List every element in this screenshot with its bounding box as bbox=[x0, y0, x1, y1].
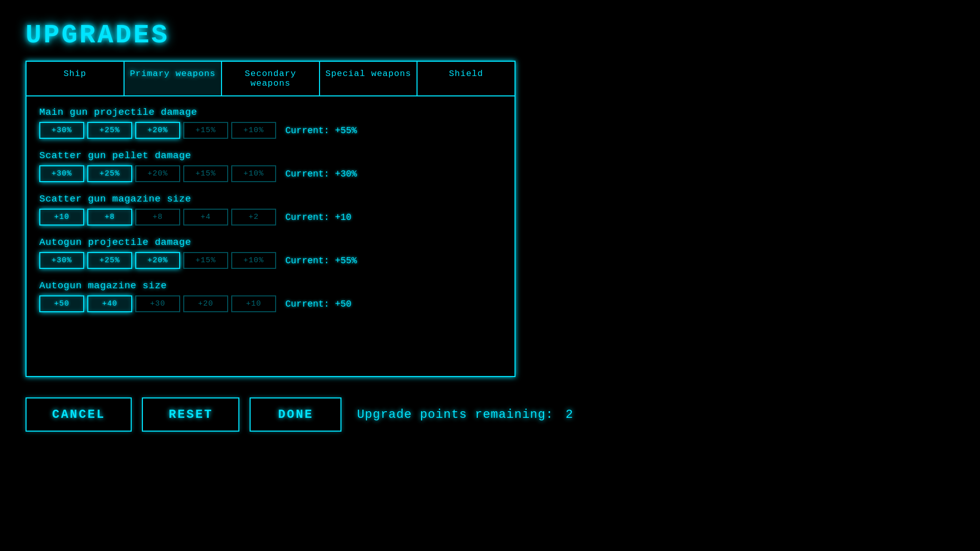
upgrade-label: Scatter gun magazine size bbox=[39, 193, 502, 205]
upgrade-btn-3-1[interactable]: +25% bbox=[87, 252, 132, 269]
tab-primary-weapons[interactable]: Primary weapons bbox=[125, 62, 223, 95]
content-area: Main gun projectile damage+30%+25%+20%+1… bbox=[27, 96, 514, 334]
upgrade-row: Main gun projectile damage+30%+25%+20%+1… bbox=[39, 107, 502, 139]
upgrade-btn-0-0[interactable]: +30% bbox=[39, 122, 84, 139]
bottom-bar: CANCEL RESET DONE Upgrade points remaini… bbox=[26, 397, 954, 432]
upgrade-btn-3-2[interactable]: +20% bbox=[135, 252, 180, 269]
upgrade-btn-2-2[interactable]: +8 bbox=[135, 209, 180, 226]
upgrades-page: UPGRADES ShipPrimary weaponsSecondary we… bbox=[0, 0, 980, 551]
cancel-button[interactable]: CANCEL bbox=[26, 397, 132, 432]
upgrade-label: Main gun projectile damage bbox=[39, 107, 502, 118]
reset-button[interactable]: RESET bbox=[142, 397, 239, 432]
current-value: Current: +30% bbox=[285, 169, 357, 179]
upgrade-btn-0-2[interactable]: +20% bbox=[135, 122, 180, 139]
upgrade-controls: +30%+25%+20%+15%+10%Current: +55% bbox=[39, 122, 502, 139]
upgrade-points-label: Upgrade points remaining: 2 bbox=[357, 408, 573, 421]
current-value: Current: +55% bbox=[285, 126, 357, 136]
upgrade-btn-3-4[interactable]: +10% bbox=[231, 252, 276, 269]
upgrade-points-value: 2 bbox=[566, 408, 573, 421]
tab-secondary-weapons[interactable]: Secondary weapons bbox=[222, 62, 320, 95]
upgrade-btn-4-1[interactable]: +40 bbox=[87, 295, 132, 312]
tab-ship[interactable]: Ship bbox=[27, 62, 125, 95]
upgrade-controls: +50+40+30+20+10Current: +50 bbox=[39, 295, 502, 312]
upgrade-row: Autogun projectile damage+30%+25%+20%+15… bbox=[39, 237, 502, 269]
page-title: UPGRADES bbox=[26, 20, 954, 51]
upgrade-btn-1-4[interactable]: +10% bbox=[231, 165, 276, 182]
upgrade-label: Autogun magazine size bbox=[39, 280, 502, 291]
tab-special-weapons[interactable]: Special weapons bbox=[320, 62, 418, 95]
tab-shield[interactable]: Shield bbox=[418, 62, 514, 95]
upgrade-btn-1-2[interactable]: +20% bbox=[135, 165, 180, 182]
upgrade-controls: +10+8+8+4+2Current: +10 bbox=[39, 209, 502, 226]
upgrade-btn-4-4[interactable]: +10 bbox=[231, 295, 276, 312]
upgrade-controls: +30%+25%+20%+15%+10%Current: +55% bbox=[39, 252, 502, 269]
upgrade-btn-1-0[interactable]: +30% bbox=[39, 165, 84, 182]
upgrade-btn-0-1[interactable]: +25% bbox=[87, 122, 132, 139]
upgrade-btn-3-3[interactable]: +15% bbox=[183, 252, 228, 269]
upgrade-btn-1-3[interactable]: +15% bbox=[183, 165, 228, 182]
upgrade-btn-4-2[interactable]: +30 bbox=[135, 295, 180, 312]
upgrade-btn-2-3[interactable]: +4 bbox=[183, 209, 228, 226]
upgrade-btn-4-0[interactable]: +50 bbox=[39, 295, 84, 312]
upgrade-row: Scatter gun pellet damage+30%+25%+20%+15… bbox=[39, 150, 502, 182]
current-value: Current: +55% bbox=[285, 256, 357, 266]
upgrade-row: Scatter gun magazine size+10+8+8+4+2Curr… bbox=[39, 193, 502, 226]
done-button[interactable]: DONE bbox=[250, 397, 341, 432]
main-panel: ShipPrimary weaponsSecondary weaponsSpec… bbox=[26, 61, 516, 377]
current-value: Current: +50 bbox=[285, 299, 352, 309]
upgrade-btn-3-0[interactable]: +30% bbox=[39, 252, 84, 269]
upgrade-btn-2-0[interactable]: +10 bbox=[39, 209, 84, 226]
upgrade-btn-0-4[interactable]: +10% bbox=[231, 122, 276, 139]
upgrade-label: Autogun projectile damage bbox=[39, 237, 502, 248]
upgrade-btn-4-3[interactable]: +20 bbox=[183, 295, 228, 312]
upgrade-controls: +30%+25%+20%+15%+10%Current: +30% bbox=[39, 165, 502, 182]
upgrade-label: Scatter gun pellet damage bbox=[39, 150, 502, 161]
tabs-bar: ShipPrimary weaponsSecondary weaponsSpec… bbox=[27, 62, 514, 96]
upgrade-btn-2-4[interactable]: +2 bbox=[231, 209, 276, 226]
upgrade-btn-1-1[interactable]: +25% bbox=[87, 165, 132, 182]
upgrade-btn-0-3[interactable]: +15% bbox=[183, 122, 228, 139]
current-value: Current: +10 bbox=[285, 212, 352, 222]
upgrade-btn-2-1[interactable]: +8 bbox=[87, 209, 132, 226]
upgrade-row: Autogun magazine size+50+40+30+20+10Curr… bbox=[39, 280, 502, 312]
